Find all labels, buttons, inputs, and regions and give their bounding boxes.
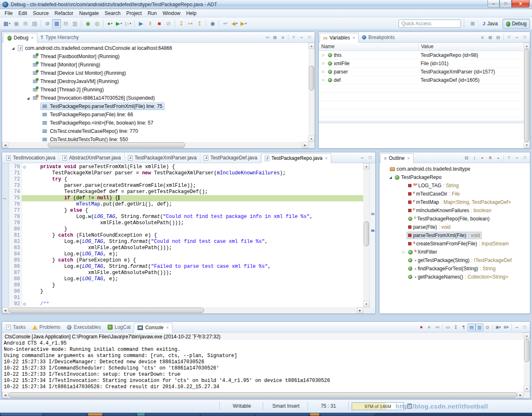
debug-tree-item[interactable]: ◢com.android.cts.tradefed.command.CtsCon… — [2, 44, 308, 52]
fold-gutter-cell[interactable] — [22, 276, 27, 282]
code-line[interactable]: 76 mTestMap.put(def.getUri(), def); — [2, 201, 363, 208]
code-text[interactable]: } else { — [27, 208, 363, 214]
expander-icon[interactable]: ▷ — [321, 70, 326, 73]
code-text[interactable] — [27, 295, 363, 301]
taskbar-item[interactable] — [44, 413, 86, 416]
menu-source[interactable]: Source — [30, 10, 52, 17]
fold-gutter-cell[interactable] — [22, 270, 27, 276]
annotation-gutter-cell[interactable] — [2, 270, 9, 276]
code-line[interactable]: 86 Log.e(LOG_TAG, String.format("Failed … — [2, 264, 363, 270]
code-text[interactable]: Log.e(LOG_TAG, e); — [27, 251, 363, 257]
overview-marker[interactable] — [371, 230, 374, 232]
java-perspective-button[interactable]: Java — [479, 19, 501, 29]
code-line[interactable]: 82 Log.e(LOG_TAG, String.format("Could n… — [2, 239, 363, 245]
editor-hscrollbar[interactable]: ◀ ▶ — [2, 307, 363, 313]
taskbar-item[interactable] — [376, 413, 530, 416]
console-hscrollbar[interactable]: ◀ ▶ — [2, 392, 524, 398]
line-number[interactable]: 73 — [9, 183, 22, 189]
outline-item[interactable]: ▷SXmlFilter — [379, 248, 530, 256]
fold-gutter-cell[interactable] — [22, 289, 27, 295]
debug-toolbar-button[interactable] — [279, 34, 287, 42]
taskbar-item[interactable] — [146, 413, 200, 416]
stack-frame-item[interactable]: CtsTest.buildTestsToRun() line: 550 — [2, 135, 308, 142]
expander-icon[interactable]: ▷ — [321, 53, 326, 57]
fold-gutter-cell[interactable] — [22, 295, 27, 301]
code-line[interactable]: 87 xmlFile.getAbsolutePath())); — [2, 270, 363, 276]
expander-icon[interactable]: ◢ — [25, 96, 31, 100]
collapse-all-button[interactable] — [494, 34, 502, 42]
debug-tree[interactable]: ◢com.android.cts.tradefed.command.CtsCon… — [2, 43, 308, 142]
editor-tab-testpackagerepo-java[interactable]: TestPackageRepo.java× — [261, 153, 331, 163]
outline-item[interactable]: CTestPackageRepo(File, boolean) — [379, 215, 530, 223]
code-text[interactable]: try { — [27, 176, 363, 183]
max-button[interactable] — [521, 323, 529, 331]
column-header-value[interactable]: Value — [419, 43, 436, 51]
expander-icon[interactable]: ▷ — [321, 61, 326, 65]
hide-fields-button[interactable] — [478, 154, 486, 162]
debug-tree-item[interactable]: Thread [Monitor] (Running) — [2, 61, 308, 69]
variable-details-pane[interactable] — [319, 123, 524, 148]
taskbar-item[interactable] — [104, 413, 135, 416]
fold-gutter-cell[interactable] — [22, 195, 27, 201]
step-over-button[interactable]: ↦ — [186, 19, 195, 28]
menu-search[interactable]: Search — [102, 10, 123, 17]
outline-item[interactable]: com.android.cts.tradefed.testtype — [379, 165, 530, 173]
debug-tree-item[interactable]: ◢Thread [Invocation-t8861a147030526] (Su… — [2, 94, 308, 102]
debug-tree-item[interactable]: Thread [FastbootMonitor] (Running) — [2, 52, 308, 61]
scroll-up-icon[interactable]: ▲ — [308, 43, 315, 49]
outline-item[interactable]: ▲findPackageForTest(String) : String — [379, 264, 530, 273]
suspend-button[interactable]: ‖ — [145, 19, 155, 28]
line-number[interactable]: 89 — [9, 282, 22, 289]
external-tools-button[interactable]: ▷▾ — [123, 19, 133, 28]
open-dd-button[interactable] — [502, 323, 510, 331]
scroll-thumb[interactable] — [524, 49, 530, 142]
code-text[interactable]: Log.e(LOG_TAG, String.format("Could not … — [27, 239, 363, 245]
remove-launch-button[interactable] — [425, 323, 433, 331]
min-button[interactable] — [358, 154, 366, 162]
annotation-gutter-cell[interactable] — [2, 282, 9, 289]
clear-button[interactable] — [444, 323, 452, 331]
overview-ruler[interactable] — [369, 163, 375, 307]
line-number[interactable]: 78 — [9, 214, 22, 220]
line-number[interactable]: 91 — [9, 295, 22, 301]
line-number[interactable]: 82 — [9, 239, 22, 245]
remove-all-button[interactable] — [433, 323, 441, 331]
outline-item[interactable]: ▲getTestPackage(String) : ITestPackageDe… — [379, 256, 530, 264]
annotation-gutter-cell[interactable] — [2, 301, 9, 307]
variable-row[interactable]: ▷defTestPackageDef (id=1605) — [319, 76, 524, 84]
line-number[interactable]: 71 — [9, 170, 22, 176]
line-number[interactable]: 85 — [9, 257, 22, 264]
editor-tab-testpackagedef-java[interactable]: TestPackageDef.java — [200, 153, 261, 163]
minimize-button[interactable] — [488, 0, 500, 7]
console-tab-console[interactable]: Console× — [134, 323, 172, 333]
variables-tab-breakpoints[interactable]: Breakpoints — [359, 32, 398, 42]
hide-static-button[interactable] — [486, 154, 494, 162]
close-icon[interactable]: × — [407, 156, 409, 161]
disconnect-button[interactable]: ⊘ — [164, 19, 173, 28]
debug-hscrollbar[interactable]: ◀ ▶ — [2, 142, 308, 148]
fold-gutter-cell[interactable] — [22, 245, 27, 251]
debug-tree-item[interactable]: Thread [Device List Monitor] (Running) — [2, 69, 308, 77]
annotation-gutter-cell[interactable] — [2, 176, 9, 183]
show-stdout-button[interactable] — [468, 323, 475, 331]
annotation-gutter-cell[interactable] — [2, 232, 9, 239]
outline-item[interactable]: FmTestMap : Map<String, TestPackageDef> — [379, 198, 530, 206]
annotation-gutter-cell[interactable] — [2, 183, 9, 189]
annotation-gutter-cell[interactable] — [2, 214, 9, 220]
column-header-name[interactable]: Name — [319, 43, 419, 51]
terminate-button[interactable]: ■ — [155, 19, 164, 28]
sort-button[interactable] — [470, 154, 478, 162]
code-line[interactable]: 91 — [2, 295, 363, 301]
taskbar-item[interactable] — [88, 413, 102, 416]
step-return-button[interactable]: ↥ — [195, 19, 204, 28]
editor-vscrollbar[interactable]: ▲ ▼ — [363, 163, 369, 307]
code-line[interactable]: 85 } catch (ParseException e) { — [2, 257, 363, 264]
line-number[interactable]: 80 — [9, 226, 22, 232]
annotation-gutter-cell[interactable] — [2, 239, 9, 245]
min-button[interactable] — [513, 323, 521, 331]
annotation-gutter-cell[interactable] — [2, 208, 9, 214]
scroll-right-icon[interactable]: ▶ — [357, 307, 363, 313]
code-line[interactable]: 77 } else { — [2, 208, 363, 214]
scroll-down-icon[interactable]: ▼ — [363, 301, 369, 307]
code-line[interactable]: 79 xmlFile.getAbsolutePath())); — [2, 220, 363, 226]
